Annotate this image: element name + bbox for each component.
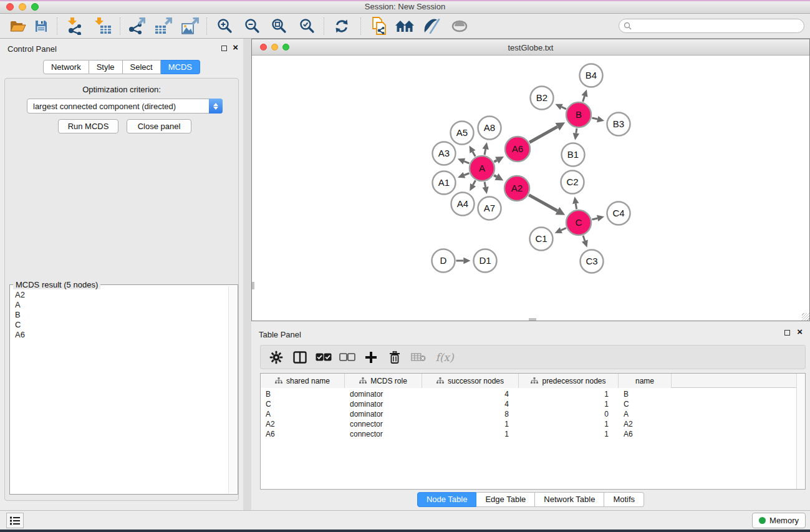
criterion-dropdown[interactable]: largest connected component (directed) [27,99,223,114]
zoom-in-button[interactable] [215,17,235,36]
task-history-button[interactable] [6,513,24,528]
graph-node-A4[interactable]: A4 [451,193,475,216]
graph-node-A[interactable]: A [470,156,494,181]
tab-node-table[interactable]: Node Table [417,492,477,507]
window-resize-grip[interactable] [802,313,809,321]
result-scrollbar[interactable] [228,286,236,493]
graph-node-B4[interactable]: B4 [580,64,603,87]
export-network-button[interactable] [127,17,147,36]
table-close-panel-icon[interactable]: × [797,326,803,337]
column-header-shared-name[interactable]: shared name [261,374,345,388]
graph-node-A2[interactable]: A2 [504,176,529,201]
graph-edge-B-B4[interactable] [583,96,585,102]
tab-edge-table[interactable]: Edge Table [476,492,535,507]
tab-select[interactable]: Select [123,60,161,74]
graph-edge-A-A8[interactable] [485,149,486,155]
deselect-all-button[interactable] [335,346,359,369]
search-field[interactable] [619,19,804,33]
graph-edge-A2-C[interactable] [529,195,557,211]
panel-divider[interactable] [243,39,251,510]
graph-node-B1[interactable]: B1 [562,143,585,167]
save-session-button[interactable] [31,17,51,36]
graph-node-A1[interactable]: A1 [433,172,456,195]
graphics-details-button[interactable] [422,17,441,36]
column-header-mcds-role[interactable]: MCDS role [345,374,422,388]
graph-node-C[interactable]: C [566,210,591,235]
table-settings-button[interactable] [264,346,288,369]
export-image-button[interactable] [180,17,200,36]
graph-node-A3[interactable]: A3 [433,142,456,165]
graph-edge-A-A1[interactable] [464,173,469,175]
zoom-selected-button[interactable] [297,17,317,36]
search-input[interactable] [634,21,804,31]
close-panel-button[interactable]: Close panel [127,119,191,133]
graph-node-C3[interactable]: C3 [581,250,604,273]
graph-node-B[interactable]: B [566,102,591,127]
import-table-button[interactable] [93,17,113,36]
tab-motifs[interactable]: Motifs [604,492,644,507]
graph-node-B3[interactable]: B3 [607,113,630,136]
graph-node-C2[interactable]: C2 [561,171,584,194]
graph-edge-B-B3[interactable] [592,118,597,119]
delete-table-button[interactable] [407,346,430,369]
graph-node-D[interactable]: D [432,249,455,273]
graph-node-A5[interactable]: A5 [451,122,474,145]
graph-edge-C-C1[interactable] [561,228,566,230]
tab-network[interactable]: Network [43,60,89,74]
graph-edge-A-A5[interactable] [473,152,475,157]
copy-network-button[interactable] [369,17,389,36]
run-mcds-button[interactable]: Run MCDS [58,119,118,133]
table-row[interactable]: A2connector11A2 [261,419,796,429]
graph-edge-A-A6[interactable] [494,160,497,162]
graph-edge-C-C3[interactable] [583,236,585,241]
graph-node-A6[interactable]: A6 [505,137,530,162]
network-canvas[interactable]: AA1A2A3A4A5A6A7A8BB1B2B3B4CC1C2C3C4DD1 [252,56,809,321]
mcds-result-item[interactable]: A6 [15,330,224,340]
graph-edge-B-B2[interactable] [562,107,566,109]
graph-edge-C-C2[interactable] [576,203,576,209]
canvas-vertical-scroll-thumb[interactable] [252,282,254,289]
open-session-button[interactable] [7,17,27,36]
function-builder-button[interactable]: f(x) [430,346,459,369]
mcds-result-item[interactable]: B [15,310,224,320]
memory-button[interactable]: Memory [752,513,806,528]
table-scrollbar[interactable] [796,374,805,489]
graph-edge-A-A4[interactable] [473,180,476,185]
add-column-button[interactable] [359,346,383,369]
split-panel-button[interactable] [288,346,312,369]
fit-content-button[interactable] [269,17,289,36]
import-network-button[interactable] [65,17,85,36]
graph-edge-C-C4[interactable] [592,218,597,220]
tab-style[interactable]: Style [89,60,123,74]
graph-node-D1[interactable]: D1 [474,249,497,273]
table-float-panel-icon[interactable] [784,330,790,336]
canvas-horizontal-scroll-thumb[interactable] [529,318,536,321]
graph-edge-A-A2[interactable] [494,175,496,177]
graph-node-C4[interactable]: C4 [607,202,630,225]
zoom-out-button[interactable] [243,17,263,36]
apply-layout-button[interactable] [332,17,352,36]
close-panel-icon[interactable]: × [233,42,238,53]
column-header-successor-nodes[interactable]: successor nodes [422,374,519,388]
tab-mcds[interactable]: MCDS [161,60,200,74]
graph-edge-A-A7[interactable] [485,182,486,187]
select-all-button[interactable] [312,346,335,369]
home-browser-button[interactable] [395,17,415,36]
export-table-button[interactable] [153,17,173,36]
column-header-name[interactable]: name [619,374,672,388]
table-row[interactable]: Cdominator41C [261,399,796,409]
table-row[interactable]: Adominator80A [261,409,796,419]
graph-node-A8[interactable]: A8 [478,117,501,140]
float-panel-icon[interactable] [221,46,227,51]
table-row[interactable]: Bdominator41B [261,389,796,399]
graph-edge-B-B1[interactable] [576,128,577,133]
column-header-predecessor-nodes[interactable]: predecessor nodes [519,374,619,388]
show-hide-button[interactable] [450,17,470,36]
delete-column-button[interactable] [383,346,407,369]
graph-node-A7[interactable]: A7 [478,197,501,220]
mcds-result-item[interactable]: A2 [15,290,224,300]
mcds-result-item[interactable]: C [15,320,224,330]
graph-node-B2[interactable]: B2 [531,87,554,110]
table-row[interactable]: A6connector11A6 [261,429,796,439]
graph-edge-A6-B[interactable] [529,127,557,142]
